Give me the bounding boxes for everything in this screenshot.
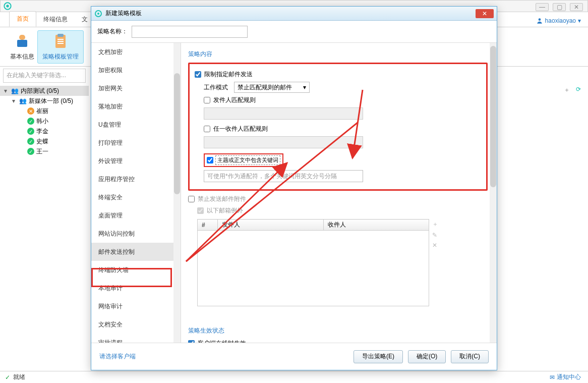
close-window-button[interactable]: ✕ [570, 3, 583, 11]
status-dot-offline-icon: ✕ [27, 107, 34, 115]
minimize-button[interactable]: — [536, 3, 549, 11]
refresh-icon[interactable]: ⟳ [576, 86, 581, 94]
keyword-rule-checkbox[interactable] [207, 157, 213, 163]
status-dot-online-icon: ✓ [27, 138, 34, 145]
svg-point-2 [538, 18, 541, 21]
user-info[interactable]: haoxiaoyao ▾ [536, 17, 581, 24]
nav-item[interactable]: 加密权限 [91, 61, 181, 79]
dialog-titlebar[interactable]: 新建策略模板 ✕ [91, 7, 497, 21]
tab-terminal-info[interactable]: 终端信息 [36, 12, 75, 27]
forbid-attachment-checkbox[interactable] [188, 196, 195, 202]
th-recipient[interactable]: 收件人 [323, 220, 429, 231]
dialog-nav: 文档加密 加密权限 加密网关 落地加密 U盘管理 打印管理 外设管理 应用程序管… [91, 43, 181, 343]
forbid-attachment-label: 禁止发送邮件附件 [198, 195, 246, 203]
restrict-send-row[interactable]: 限制指定邮件发送 [195, 70, 481, 79]
nav-item[interactable]: 终端安全 [91, 188, 181, 206]
ok-button[interactable]: 确定(O) [408, 350, 446, 363]
recipient-rule-row[interactable]: 任一收件人匹配规则 [204, 125, 481, 133]
nav-item[interactable]: 文档加密 [91, 43, 181, 61]
nav-item[interactable]: 文档安全 [91, 315, 181, 334]
client-online-row[interactable]: 客户端在线时生效 [188, 339, 488, 343]
policy-name-row: 策略名称： [91, 21, 497, 43]
policy-name-input[interactable] [132, 26, 248, 38]
tree-user-name: 韩小 [36, 117, 48, 126]
recipient-rule-field [204, 136, 363, 148]
sender-rule-label: 发件人匹配规则 [213, 96, 256, 104]
nav-item[interactable]: U盘管理 [91, 116, 181, 134]
status-bar: ✓ 就绪 ✉ 通知中心 [0, 371, 588, 383]
tree-user[interactable]: ✓韩小 [0, 116, 89, 126]
dialog-close-button[interactable]: ✕ [476, 9, 494, 18]
except-mailbox-row[interactable]: 以下邮箱例外 [197, 206, 488, 215]
mail-icon: ✉ [550, 374, 555, 381]
group-icon: 👥 [11, 87, 19, 94]
svg-rect-4 [17, 40, 27, 47]
except-mailbox-checkbox[interactable] [197, 207, 204, 214]
nav-item[interactable]: 落地加密 [91, 97, 181, 116]
keyword-input[interactable]: 可使用*作为通配符，多个关键词用英文分号分隔 [204, 170, 363, 182]
dialog-footer: 请选择客户端 导出策略(E) 确定(O) 取消(C) [91, 343, 497, 370]
status-dot-online-icon: ✓ [27, 128, 34, 135]
status-dot-online-icon: ✓ [27, 118, 34, 125]
tree-user-name: 李金 [36, 127, 48, 136]
tree-group[interactable]: ▾ 👥 新媒体一部 (0/5) [0, 96, 89, 106]
exception-table-wrap: # 发件人 收件人 ＋ ✎ ✕ [197, 219, 488, 306]
th-sender[interactable]: 发件人 [218, 220, 324, 231]
restrict-send-checkbox[interactable] [195, 71, 201, 78]
org-tree: ▾ 👥 内部测试 (0/5) ▾ 👥 新媒体一部 (0/5) ✕崔丽 ✓韩小 ✓… [0, 83, 89, 159]
nav-item[interactable]: 外设管理 [91, 152, 181, 170]
nav-item[interactable]: 加密网关 [91, 79, 181, 97]
app-logo-icon [4, 2, 12, 10]
add-icon[interactable]: ＋ [564, 86, 570, 94]
recipient-rule-checkbox[interactable] [204, 126, 210, 132]
toolbar-template-mgmt[interactable]: 策略模板管理 [37, 30, 84, 64]
nav-item[interactable]: 本地审计 [91, 279, 181, 297]
nav-item-mail-control[interactable]: 邮件发送控制 [91, 243, 181, 261]
check-icon: ✓ [5, 374, 10, 381]
client-online-checkbox[interactable] [188, 340, 195, 343]
toolbar-basic-info[interactable]: 基本信息 [7, 33, 37, 61]
content-scrollbar[interactable] [490, 43, 497, 343]
tree-group-label: 新媒体一部 (0/5) [29, 97, 73, 105]
tab-home[interactable]: 首页 [9, 11, 36, 27]
recipient-rule-label: 任一收件人匹配规则 [213, 125, 268, 133]
keyword-rule-row[interactable]: 主题或正文中包含关键词 [204, 153, 283, 167]
nav-item[interactable]: 应用程序管控 [91, 170, 181, 188]
tree-root[interactable]: ▾ 👥 内部测试 (0/5) [0, 86, 89, 96]
svg-rect-8 [57, 41, 64, 42]
forbid-attachment-row[interactable]: 禁止发送邮件附件 [188, 195, 488, 203]
add-row-icon[interactable]: ＋ [432, 220, 438, 229]
delete-row-icon[interactable]: ✕ [432, 242, 438, 249]
nav-scrollbar[interactable] [173, 43, 181, 343]
tree-user-name: 史蝶 [36, 137, 48, 146]
nav-item[interactable]: 网络审计 [91, 297, 181, 315]
mode-select[interactable]: 禁止匹配规则的邮件 ▾ [234, 82, 310, 93]
export-button[interactable]: 导出策略(E) [354, 350, 403, 363]
toolbar-template-mgmt-label: 策略模板管理 [38, 52, 83, 61]
edit-row-icon[interactable]: ✎ [432, 232, 438, 239]
clipboard-icon [52, 33, 69, 49]
notify-center[interactable]: ✉ 通知中心 [550, 373, 581, 381]
nav-item[interactable]: 终端防火墙 [91, 261, 181, 279]
select-client-link[interactable]: 请选择客户端 [99, 352, 136, 361]
table-body-empty [198, 231, 429, 306]
search-input[interactable]: 在此输入关键字筛选... [3, 69, 86, 83]
sender-rule-row[interactable]: 发件人匹配规则 [204, 96, 481, 104]
tree-user[interactable]: ✓李金 [0, 126, 89, 136]
user-name: haoxiaoyao [545, 17, 576, 24]
cancel-button[interactable]: 取消(C) [451, 350, 489, 363]
nav-item[interactable]: 审批流程 [91, 334, 181, 343]
nav-item[interactable]: 打印管理 [91, 134, 181, 152]
th-index[interactable]: # [198, 220, 218, 231]
sender-rule-checkbox[interactable] [204, 97, 210, 103]
tree-user[interactable]: ✓史蝶 [0, 136, 89, 146]
nav-item[interactable]: 网站访问控制 [91, 225, 181, 243]
window-controls: — ▢ ✕ [536, 3, 583, 11]
restrict-send-label: 限制指定邮件发送 [204, 70, 253, 79]
status-dot-online-icon: ✓ [27, 148, 34, 155]
nav-item[interactable]: 桌面管理 [91, 206, 181, 225]
sender-rule-field [204, 107, 363, 120]
maximize-button[interactable]: ▢ [553, 3, 566, 11]
tree-user[interactable]: ✓王一 [0, 146, 89, 156]
tree-user[interactable]: ✕崔丽 [0, 106, 89, 116]
